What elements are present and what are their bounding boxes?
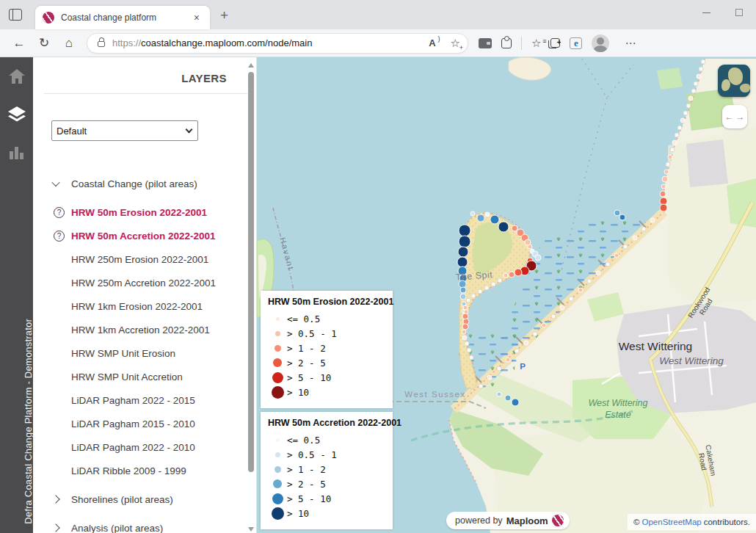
data-point[interactable] — [509, 272, 515, 278]
window-maximize-button[interactable] — [735, 9, 743, 16]
browser-tab[interactable]: Coastal change platform × — [35, 6, 210, 29]
refresh-button[interactable]: ↻ — [32, 32, 56, 54]
layer-item[interactable]: ?HRW 50m Accretion 2022-2001 — [51, 224, 256, 247]
help-icon[interactable]: ? — [54, 207, 65, 218]
layer-item[interactable]: LiDAR Ribble 2009 - 1999 — [51, 459, 256, 482]
data-point[interactable] — [491, 282, 495, 286]
data-point[interactable] — [619, 214, 625, 220]
data-point[interactable] — [469, 355, 473, 360]
settings-more-icon[interactable]: ⋯ — [625, 37, 636, 50]
tab-actions-icon[interactable] — [9, 9, 22, 21]
layer-group[interactable]: Shorelines (pilot areas) — [51, 487, 256, 511]
wallet-icon[interactable] — [479, 38, 492, 48]
data-point[interactable] — [650, 218, 655, 222]
data-point[interactable] — [506, 358, 510, 362]
data-point[interactable] — [459, 280, 466, 288]
map-canvas[interactable]: HavantThe SpitWest SussexWest WitteringW… — [257, 57, 756, 533]
data-point[interactable] — [551, 314, 556, 319]
scroll-up-icon[interactable] — [248, 63, 254, 68]
rail-layers-button[interactable] — [0, 95, 33, 134]
layer-item[interactable]: HRW SMP Unit Erosion — [51, 341, 256, 365]
data-point[interactable] — [668, 155, 672, 159]
layer-item[interactable]: HRW 1km Erosion 2022-2001 — [51, 294, 256, 318]
help-icon[interactable]: ? — [54, 231, 65, 242]
collections-icon[interactable] — [550, 38, 560, 48]
data-point[interactable] — [462, 330, 466, 334]
data-point[interactable] — [686, 104, 691, 108]
tab-close-icon[interactable]: × — [191, 12, 203, 23]
data-point[interactable] — [641, 227, 646, 231]
data-point[interactable] — [542, 323, 546, 327]
layer-item[interactable]: HRW 250m Erosion 2022-2001 — [51, 247, 256, 271]
data-point[interactable] — [479, 384, 483, 388]
rail-home-button[interactable] — [0, 57, 33, 95]
data-point[interactable] — [623, 244, 628, 249]
overview-minimap[interactable] — [718, 65, 750, 97]
data-point[interactable] — [459, 225, 470, 236]
data-point[interactable] — [606, 262, 610, 266]
data-point[interactable] — [515, 269, 522, 276]
data-point[interactable] — [633, 236, 637, 240]
arrow-right-icon[interactable]: → — [736, 112, 745, 122]
data-point[interactable] — [487, 375, 492, 380]
data-point[interactable] — [460, 294, 466, 300]
preset-select[interactable]: Default — [51, 120, 198, 141]
data-point[interactable] — [614, 253, 619, 258]
layer-group[interactable]: Coastal Change (pilot areas) — [51, 172, 256, 195]
data-point[interactable] — [699, 67, 703, 71]
data-point[interactable] — [614, 210, 620, 216]
data-point[interactable] — [661, 184, 666, 189]
data-point[interactable] — [460, 287, 466, 293]
data-point[interactable] — [675, 133, 679, 137]
data-point[interactable] — [463, 305, 468, 310]
data-point[interactable] — [477, 214, 484, 222]
data-point[interactable] — [664, 170, 669, 174]
data-point[interactable] — [528, 244, 532, 249]
data-point[interactable] — [458, 266, 467, 275]
data-point[interactable] — [666, 162, 670, 167]
data-point[interactable] — [569, 297, 573, 301]
data-point[interactable] — [465, 341, 469, 346]
data-point[interactable] — [680, 118, 685, 123]
data-point[interactable] — [462, 324, 468, 330]
data-point[interactable] — [578, 288, 583, 292]
data-point[interactable] — [694, 81, 698, 86]
panel-scrollbar[interactable] — [247, 63, 255, 532]
data-point[interactable] — [498, 222, 509, 232]
data-point[interactable] — [677, 126, 682, 130]
profile-avatar[interactable] — [592, 35, 609, 52]
data-point[interactable] — [660, 191, 666, 197]
data-point[interactable] — [471, 294, 476, 298]
data-point[interactable] — [478, 289, 482, 294]
pan-history-button[interactable]: ← → — [722, 105, 747, 128]
data-point[interactable] — [457, 257, 468, 267]
data-point[interactable] — [490, 215, 499, 224]
powered-by-badge[interactable]: powered by Maploom — [446, 512, 570, 529]
data-point[interactable] — [662, 176, 668, 182]
scroll-down-icon[interactable] — [248, 527, 254, 532]
favorite-add-icon[interactable]: ☆ — [451, 37, 460, 50]
home-button[interactable]: ⌂ — [57, 32, 81, 54]
layer-item[interactable]: LiDAR Pagham 2022 - 2015 — [51, 388, 256, 412]
layer-item[interactable]: HRW SMP Unit Accretion — [51, 365, 256, 388]
data-point[interactable] — [660, 204, 667, 211]
address-bar[interactable]: https://coastalchange.maploom.com/node/m… — [87, 33, 468, 54]
layer-item[interactable]: HRW 250m Accretion 2022-2001 — [51, 271, 256, 294]
data-point[interactable] — [458, 247, 468, 257]
data-point[interactable] — [672, 140, 677, 145]
layer-item[interactable]: LiDAR Pagham 2022 - 2010 — [51, 435, 256, 459]
data-point[interactable] — [515, 349, 519, 353]
data-point[interactable] — [596, 271, 600, 275]
data-point[interactable] — [467, 348, 471, 352]
layer-group[interactable]: Analysis (pilot areas) — [51, 516, 256, 533]
data-point[interactable] — [497, 392, 501, 396]
url-text[interactable]: https://coastalchange.maploom.com/node/m… — [112, 37, 429, 48]
data-point[interactable] — [497, 366, 501, 371]
scrollbar-thumb[interactable] — [248, 72, 254, 472]
data-point[interactable] — [524, 341, 528, 345]
data-point[interactable] — [462, 336, 467, 340]
data-point[interactable] — [512, 225, 517, 231]
data-point[interactable] — [683, 111, 688, 115]
data-point[interactable] — [691, 89, 696, 93]
ie-mode-icon[interactable]: e — [570, 37, 582, 49]
